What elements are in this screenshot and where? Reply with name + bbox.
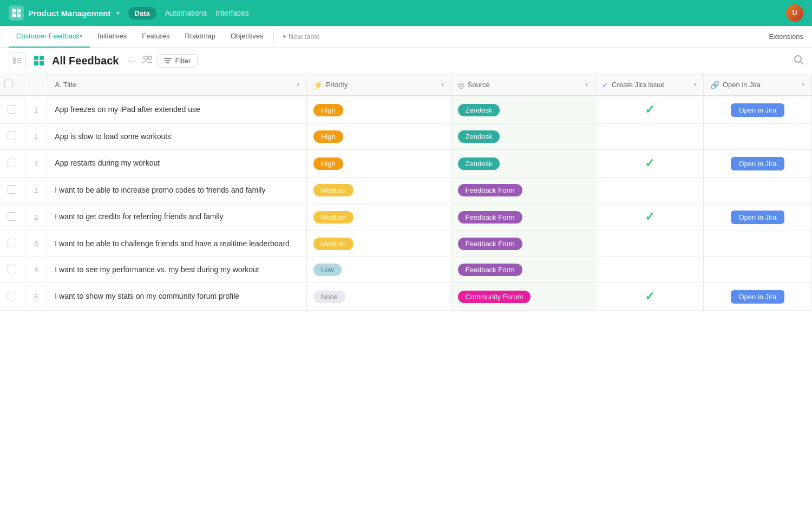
row-title[interactable]: I want to be able to increase promo code… [48, 178, 307, 203]
table-row: 1I want to be able to increase promo cod… [0, 178, 812, 203]
row-jira-open[interactable]: Open in Jira [704, 150, 812, 178]
header-jira-create-col[interactable]: ✓ Create Jira issue ▾ [595, 74, 704, 96]
row-source[interactable]: Community Forum [451, 283, 595, 311]
row-source[interactable]: Feedback Form [451, 203, 595, 231]
row-title[interactable]: I want to get credits for referring frie… [48, 203, 307, 231]
avatar[interactable]: U [786, 4, 803, 22]
jira-checkmark: ✓ [645, 156, 654, 170]
nav-automations[interactable]: Automations [165, 9, 207, 17]
row-checkbox[interactable] [8, 159, 16, 167]
row-checkbox[interactable] [8, 105, 16, 114]
row-priority[interactable]: High [306, 150, 451, 178]
svg-rect-9 [40, 56, 44, 60]
logo-svg [11, 8, 21, 18]
share-button[interactable] [142, 55, 153, 67]
row-title[interactable]: I want to be able to challenge friends a… [48, 231, 307, 257]
row-priority[interactable]: None [306, 283, 451, 311]
row-checkbox[interactable] [8, 239, 16, 247]
row-source[interactable]: Zendesk [451, 124, 595, 150]
row-title[interactable]: App restarts during my workout [48, 150, 307, 178]
row-jira-create[interactable] [595, 124, 704, 150]
row-number: 2 [24, 203, 48, 231]
svg-rect-7 [17, 62, 22, 63]
open-in-jira-button[interactable]: Open in Jira [731, 157, 784, 170]
title-col-label: Title [63, 81, 76, 89]
svg-rect-2 [12, 14, 16, 17]
tab-objectives[interactable]: Objectives [223, 26, 271, 48]
svg-rect-5 [17, 58, 22, 59]
row-number: 1 [24, 96, 48, 124]
row-jira-open[interactable]: Open in Jira [704, 203, 812, 231]
row-title[interactable]: I want to show my stats on my community … [48, 283, 307, 311]
tab-initiatives[interactable]: Initiatives [90, 26, 134, 48]
more-options-button[interactable]: ··· [125, 55, 137, 67]
jira-open-col-label: Open in Jira [723, 81, 761, 89]
row-source[interactable]: Feedback Form [451, 231, 595, 257]
jira-open-col-arrow: ▾ [802, 81, 805, 88]
header-title-col[interactable]: A Title ▾ [48, 74, 307, 96]
row-source[interactable]: Feedback Form [451, 178, 595, 203]
priority-badge: High [313, 157, 343, 170]
row-title[interactable]: I want to see my performance vs. my best… [48, 257, 307, 283]
select-all-checkbox[interactable] [4, 80, 13, 88]
open-in-jira-button[interactable]: Open in Jira [731, 290, 784, 304]
tab-roadmap[interactable]: Roadmap [178, 26, 223, 48]
tab-new-table[interactable]: + New table [276, 26, 326, 48]
svg-point-12 [144, 56, 148, 60]
svg-rect-10 [34, 61, 38, 65]
header-priority-col[interactable]: ⚡ Priority ▾ [306, 74, 451, 96]
nav-data[interactable]: Data [128, 7, 156, 19]
row-priority[interactable]: Medium [306, 178, 451, 203]
row-priority[interactable]: High [306, 124, 451, 150]
svg-rect-1 [17, 9, 21, 12]
row-checkbox[interactable] [8, 185, 16, 194]
row-source[interactable]: Zendesk [451, 96, 595, 124]
nav-interfaces[interactable]: Interfaces [216, 9, 249, 17]
row-priority[interactable]: High [306, 96, 451, 124]
row-jira-create[interactable]: ✓ [595, 96, 704, 124]
svg-point-17 [795, 56, 801, 62]
row-jira-open[interactable] [704, 124, 812, 150]
row-jira-create[interactable]: ✓ [595, 150, 704, 178]
search-button[interactable] [794, 55, 803, 67]
row-title[interactable]: App freezes on my iPad after extended us… [48, 96, 307, 124]
row-title[interactable]: App is slow to load some workouts [48, 124, 307, 150]
row-jira-create[interactable]: ✓ [595, 203, 704, 231]
tab-features[interactable]: Features [134, 26, 177, 48]
sidebar-toggle[interactable] [9, 52, 26, 69]
priority-col-label: Priority [326, 81, 348, 89]
row-priority[interactable]: Low [306, 257, 451, 283]
row-jira-open[interactable]: Open in Jira [704, 283, 812, 311]
tab-customer-feedback[interactable]: Customer Feedback [9, 26, 90, 48]
header-source-col[interactable]: ◎ Source ▾ [451, 74, 595, 96]
row-jira-create[interactable] [595, 178, 704, 203]
row-jira-open[interactable]: Open in Jira [704, 96, 812, 124]
row-jira-create[interactable] [595, 231, 704, 257]
data-table: A Title ▾ ⚡ Priority ▾ ◎ Source [0, 74, 812, 311]
app-logo[interactable]: Product Management ▾ [9, 5, 120, 21]
table-body: 1App freezes on my iPad after extended u… [0, 96, 812, 311]
tab-extensions[interactable]: Extensions [769, 32, 803, 41]
row-jira-create[interactable]: ✓ [595, 283, 704, 311]
row-jira-create[interactable] [595, 257, 704, 283]
row-jira-open[interactable] [704, 257, 812, 283]
source-badge: Zendesk [458, 104, 500, 116]
filter-button[interactable]: Filter [157, 54, 198, 68]
row-jira-open[interactable] [704, 178, 812, 203]
row-source[interactable]: Zendesk [451, 150, 595, 178]
row-jira-open[interactable] [704, 231, 812, 257]
open-in-jira-button[interactable]: Open in Jira [731, 211, 784, 224]
table-header-row: A Title ▾ ⚡ Priority ▾ ◎ Source [0, 74, 812, 96]
row-checkbox[interactable] [8, 265, 16, 273]
open-in-jira-button[interactable]: Open in Jira [731, 103, 784, 117]
row-priority[interactable]: Medium [306, 231, 451, 257]
sidebar-icon [13, 57, 22, 64]
jira-create-col-icon: ✓ [602, 81, 608, 89]
row-source[interactable]: Feedback Form [451, 257, 595, 283]
row-checkbox[interactable] [8, 212, 16, 221]
row-checkbox[interactable] [8, 132, 16, 140]
priority-col-arrow: ▾ [441, 81, 444, 88]
header-jira-open-col[interactable]: 🔗 Open in Jira ▾ [704, 74, 812, 96]
row-checkbox[interactable] [8, 292, 16, 300]
row-priority[interactable]: Medium [306, 203, 451, 231]
